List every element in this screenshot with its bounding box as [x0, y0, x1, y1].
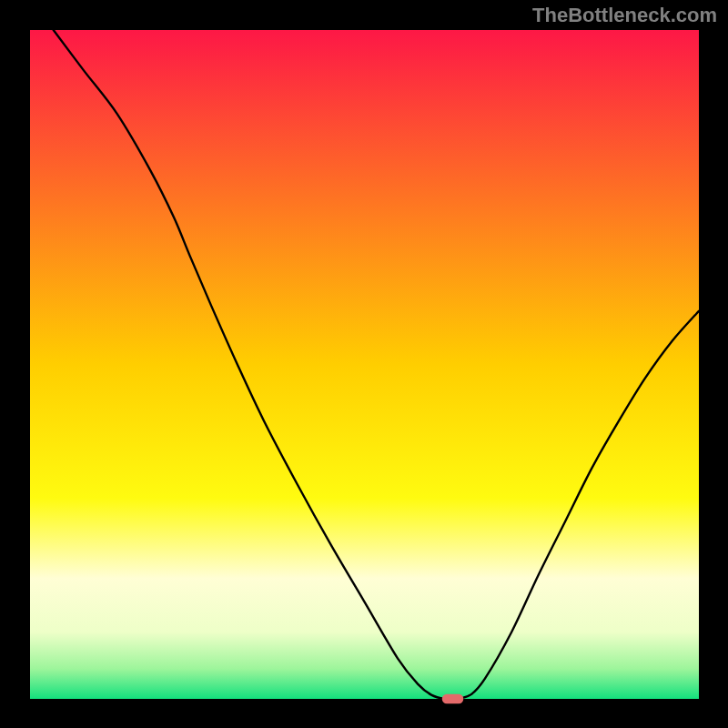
bottleneck-chart [0, 0, 728, 728]
watermark: TheBottleneck.com [532, 4, 717, 27]
optimal-point [442, 694, 464, 703]
chart-container: TheBottleneck.com [0, 0, 728, 728]
gradient-background [30, 30, 699, 699]
